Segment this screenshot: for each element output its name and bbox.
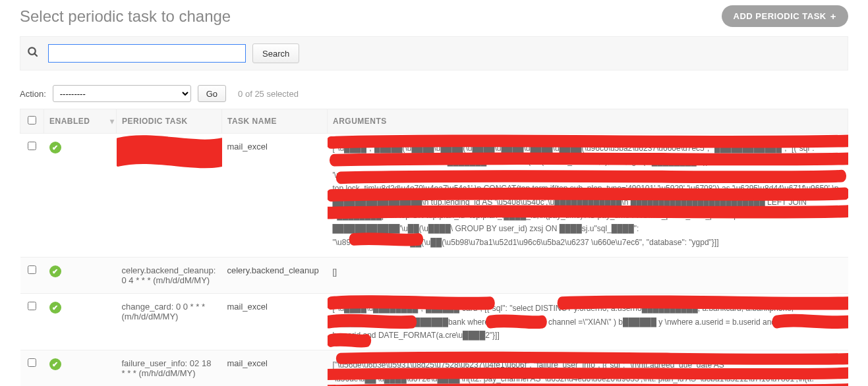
search-button[interactable]: Search	[252, 43, 299, 63]
col-periodic-task[interactable]: PERIODIC TASK	[117, 109, 222, 134]
periodic-task-cell[interactable]: celery.backend_cleanup: 0 4 * * * (m/h/d…	[117, 258, 222, 294]
enabled-icon: ✔	[49, 142, 61, 153]
periodic-task-cell[interactable]: ████████████: 45 8 * * * (m/h/d/dM/MY)	[117, 134, 222, 258]
task-name-cell: mail_excel	[222, 350, 328, 386]
arguments-text: []	[333, 267, 337, 277]
arguments-cell: ["\u56de\u6b3e\u5931\u8d25\u7528\u6237\u…	[328, 350, 848, 386]
table-row: ✔failure_user_info: 02 18 * * * (m/h/d/d…	[20, 350, 848, 386]
periodic-task-cell[interactable]: failure_user_info: 02 18 * * * (m/h/d/dM…	[117, 350, 222, 386]
periodic-task-text: celery.backend_cleanup: 0 4 * * * (m/h/d…	[122, 265, 216, 285]
enabled-icon: ✔	[49, 265, 61, 277]
arguments-cell: ["\u████\u████████","██████-card", [{"sq…	[328, 294, 848, 350]
sort-arrow-icon: ▾	[110, 117, 115, 126]
col-enabled[interactable]: ENABLED▾	[44, 109, 117, 134]
search-bar: Search	[20, 36, 848, 70]
add-periodic-task-button[interactable]: ADD PERIODIC TASK +	[722, 5, 848, 27]
enabled-icon: ✔	[49, 302, 61, 314]
task-name-cell: celery.backend_cleanup	[222, 258, 328, 294]
search-input[interactable]	[48, 44, 246, 63]
periodic-task-text: change_card: 0 0 * * * (m/h/d/dM/MY)	[122, 302, 205, 321]
arguments-text: ["\u████\u████████","██████-card", [{"sq…	[333, 304, 815, 340]
action-select[interactable]: ---------	[53, 85, 191, 102]
selection-count: 0 of 25 selected	[238, 89, 299, 99]
col-task-name[interactable]: TASK NAME	[222, 109, 328, 134]
select-all-checkbox[interactable]	[28, 116, 36, 124]
page-title: Select periodic task to change	[20, 7, 231, 26]
table-row: ✔████████████: 45 8 * * * (m/h/d/dM/MY)m…	[20, 134, 848, 258]
row-checkbox[interactable]	[28, 265, 36, 274]
periodic-task-table: ENABLED▾ PERIODIC TASK TASK NAME ARGUMEN…	[20, 109, 848, 386]
task-name-cell: mail_excel	[222, 134, 328, 258]
row-checkbox[interactable]	[28, 302, 36, 310]
action-label: Action:	[20, 89, 46, 99]
table-row: ✔celery.backend_cleanup: 0 4 * * * (m/h/…	[20, 258, 848, 294]
action-row: Action: --------- Go 0 of 25 selected	[20, 82, 848, 109]
periodic-task-cell[interactable]: change_card: 0 0 * * * (m/h/d/dM/MY)	[117, 294, 222, 350]
row-checkbox[interactable]	[28, 142, 36, 150]
table-row: ✔change_card: 0 0 * * * (m/h/d/dM/MY)mai…	[20, 294, 848, 350]
row-checkbox[interactable]	[28, 358, 36, 367]
arguments-text: ["\u████","█████(\u████\u████(\u████\u██…	[333, 144, 839, 247]
col-arguments[interactable]: ARGUMENTS	[328, 109, 848, 134]
plus-icon: +	[830, 11, 836, 22]
svg-line-1	[34, 53, 37, 56]
add-button-label: ADD PERIODIC TASK	[734, 11, 826, 21]
task-name-cell: mail_excel	[222, 294, 328, 350]
search-icon	[27, 46, 39, 61]
arguments-cell: []	[328, 258, 848, 294]
go-button[interactable]: Go	[198, 85, 226, 102]
enabled-icon: ✔	[49, 358, 61, 370]
periodic-task-text: ████████████: 45 8 * * * (m/h/d/dM/MY)	[122, 142, 216, 161]
arguments-cell: ["\u████","█████(\u████\u████(\u████\u██…	[328, 134, 848, 258]
periodic-task-text: failure_user_info: 02 18 * * * (m/h/d/dM…	[122, 358, 212, 378]
arguments-text: ["\u56de\u6b3e\u5931\u8d25\u7528\u6237\u…	[333, 360, 814, 386]
